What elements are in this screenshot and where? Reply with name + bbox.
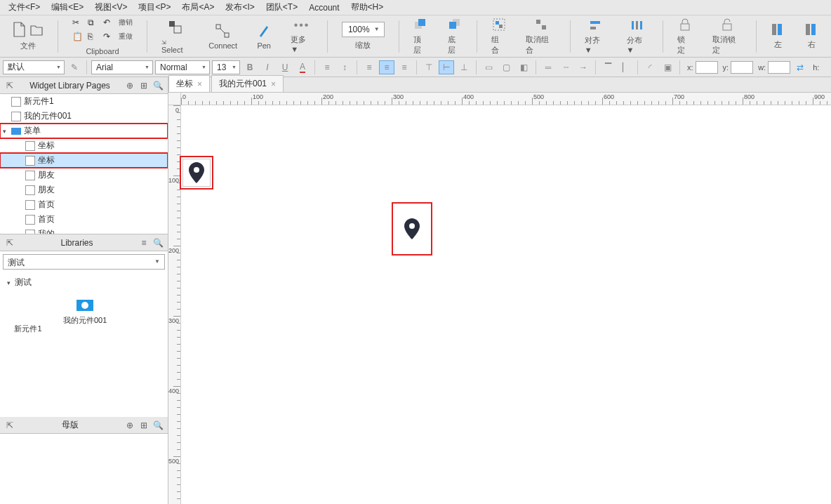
menu-project[interactable]: 项目<P> bbox=[133, 0, 176, 15]
tree-item[interactable]: 首页 bbox=[0, 212, 168, 227]
valign-middle-icon[interactable]: ⊢ bbox=[439, 60, 454, 74]
add-folder-icon[interactable]: ⊞ bbox=[138, 80, 149, 91]
border-side-icon[interactable]: ▏ bbox=[618, 60, 633, 74]
tree-item[interactable]: 坐标 bbox=[0, 153, 168, 168]
toolbar-right-group[interactable]: 右 bbox=[799, 20, 824, 53]
tree-item[interactable]: 新元件1 bbox=[0, 94, 168, 109]
tree-item[interactable]: 我的元件001 bbox=[0, 109, 168, 124]
page-tab[interactable]: 我的元件001× bbox=[211, 75, 284, 92]
arrow-icon[interactable]: → bbox=[576, 60, 591, 74]
menu-publish[interactable]: 发布<I> bbox=[220, 0, 260, 15]
menu-edit[interactable]: 编辑<E> bbox=[46, 0, 89, 15]
w-input[interactable] bbox=[768, 61, 790, 74]
undo-icon[interactable]: ↶ bbox=[103, 18, 117, 30]
new-file-icon[interactable] bbox=[13, 21, 27, 38]
border-top-icon[interactable]: ▔ bbox=[600, 60, 616, 74]
add-master-icon[interactable]: ⊕ bbox=[124, 420, 135, 431]
padding-icon[interactable]: ▣ bbox=[660, 60, 675, 74]
page-tab[interactable]: 坐标× bbox=[168, 75, 210, 92]
italic-icon[interactable]: I bbox=[260, 60, 275, 74]
text-color-icon[interactable]: A bbox=[295, 60, 310, 74]
tree-item[interactable]: 我的 bbox=[0, 227, 168, 234]
valign-bottom-icon[interactable]: ⊥ bbox=[456, 60, 472, 74]
canvas[interactable] bbox=[181, 105, 831, 504]
align-left-text-icon[interactable]: ≡ bbox=[361, 60, 377, 74]
tree-item[interactable]: 坐标 bbox=[0, 138, 168, 153]
link-wh-icon[interactable]: ⇄ bbox=[792, 60, 808, 74]
line-spacing-icon[interactable]: ↕ bbox=[337, 60, 352, 74]
toolbar-align-group[interactable]: 对齐▼ bbox=[579, 15, 613, 57]
valign-top-icon[interactable]: ⊤ bbox=[421, 60, 437, 74]
paste2-icon[interactable]: ⎘ bbox=[88, 32, 102, 44]
menu-team[interactable]: 团队<T> bbox=[260, 0, 303, 15]
underline-icon[interactable]: U bbox=[277, 60, 293, 74]
line-width-icon[interactable]: ═ bbox=[540, 60, 556, 74]
shadow-icon[interactable]: ◧ bbox=[516, 60, 531, 74]
x-input[interactable] bbox=[696, 61, 718, 74]
open-file-icon[interactable] bbox=[29, 21, 44, 38]
canvas-location-widget[interactable] bbox=[393, 204, 431, 254]
collapse-icon[interactable]: ⇱ bbox=[4, 237, 15, 248]
close-icon[interactable]: × bbox=[197, 79, 202, 89]
tree-item[interactable]: 朋友 bbox=[0, 183, 168, 197]
size-dropdown[interactable]: 13 bbox=[212, 60, 240, 74]
library-item[interactable]: 新元件1 bbox=[14, 300, 42, 334]
toolbar-left-group[interactable]: 左 bbox=[765, 20, 790, 53]
search-icon[interactable]: 🔍 bbox=[152, 420, 164, 431]
toolbar-select-group[interactable]: ⇲ Select bbox=[156, 16, 194, 57]
tree-item[interactable]: 朋友 bbox=[0, 168, 168, 183]
zoom-select[interactable]: 100% bbox=[342, 22, 385, 37]
search-icon[interactable]: 🔍 bbox=[152, 237, 164, 248]
line-style-icon[interactable]: ┄ bbox=[558, 60, 573, 74]
floating-pin-widget[interactable] bbox=[182, 159, 211, 187]
menu-view[interactable]: 视图<V> bbox=[89, 0, 133, 15]
style-dropdown[interactable]: 默认 bbox=[3, 60, 65, 74]
ruler-vertical: 0100200300400500 bbox=[168, 105, 181, 504]
toolbar-top-group[interactable]: 顶层 bbox=[408, 15, 434, 58]
menu-account[interactable]: Account bbox=[303, 1, 345, 14]
library-section[interactable]: ▾ 测试 bbox=[0, 272, 168, 293]
library-item[interactable]: 我的元件001 bbox=[63, 300, 107, 334]
toolbar-group-group[interactable]: 组合 bbox=[486, 15, 512, 58]
toolbar-lock-group[interactable]: 锁定 bbox=[672, 15, 698, 58]
close-icon[interactable]: × bbox=[271, 79, 276, 89]
collapse-icon[interactable]: ⇱ bbox=[4, 420, 15, 431]
toolbar-more-group[interactable]: ••• 更多▼ bbox=[285, 16, 319, 56]
copy-icon[interactable]: ⧉ bbox=[88, 18, 102, 30]
x-label: x: bbox=[687, 63, 693, 72]
collapse-icon[interactable]: ⇱ bbox=[4, 80, 15, 91]
add-folder-icon[interactable]: ⊞ bbox=[138, 420, 149, 431]
toolbar-connect-group[interactable]: Connect bbox=[203, 20, 243, 53]
weight-dropdown[interactable]: Normal bbox=[155, 60, 210, 74]
paste-icon[interactable]: 📋 bbox=[72, 32, 86, 44]
align-right-text-icon[interactable]: ≡ bbox=[397, 60, 412, 74]
menu-help[interactable]: 帮助<H> bbox=[345, 0, 390, 15]
fill-color-icon[interactable]: ▭ bbox=[481, 60, 496, 74]
redo-icon[interactable]: ↷ bbox=[103, 32, 117, 44]
toolbar-distribute-group[interactable]: 分布▼ bbox=[621, 15, 655, 57]
lib-thumb-circle bbox=[77, 300, 93, 311]
toolbar-ungroup-group[interactable]: 取消组合 bbox=[520, 15, 561, 58]
search-icon[interactable]: 🔍 bbox=[152, 80, 164, 91]
toolbar-bottom-group[interactable]: 底层 bbox=[442, 15, 468, 58]
tree-item[interactable]: ▾菜单 bbox=[0, 124, 168, 138]
library-select[interactable]: 测试 bbox=[3, 254, 165, 270]
menu-arrange[interactable]: 布局<A> bbox=[176, 0, 220, 15]
toolbar-unlock-group[interactable]: 取消锁定 bbox=[707, 15, 748, 58]
menu-icon[interactable]: ≡ bbox=[138, 237, 149, 248]
corner-icon[interactable]: ◜ bbox=[642, 60, 658, 74]
file-icon bbox=[25, 171, 35, 180]
style-edit-icon[interactable]: ✎ bbox=[67, 60, 82, 74]
align-center-text-icon[interactable]: ≡ bbox=[379, 60, 394, 74]
library-section-label: 测试 bbox=[15, 277, 32, 289]
add-page-icon[interactable]: ⊕ bbox=[124, 80, 135, 91]
tree-item[interactable]: 首页 bbox=[0, 197, 168, 212]
menu-file[interactable]: 文件<F> bbox=[3, 0, 46, 15]
border-color-icon[interactable]: ▢ bbox=[498, 60, 514, 74]
cut-icon[interactable]: ✂ bbox=[72, 18, 86, 30]
toolbar-pen-group[interactable]: Pen bbox=[251, 20, 277, 53]
bullet-icon[interactable]: ≡ bbox=[319, 60, 335, 74]
font-dropdown[interactable]: Arial bbox=[91, 60, 153, 74]
bold-icon[interactable]: B bbox=[242, 60, 258, 74]
y-input[interactable] bbox=[731, 61, 753, 74]
